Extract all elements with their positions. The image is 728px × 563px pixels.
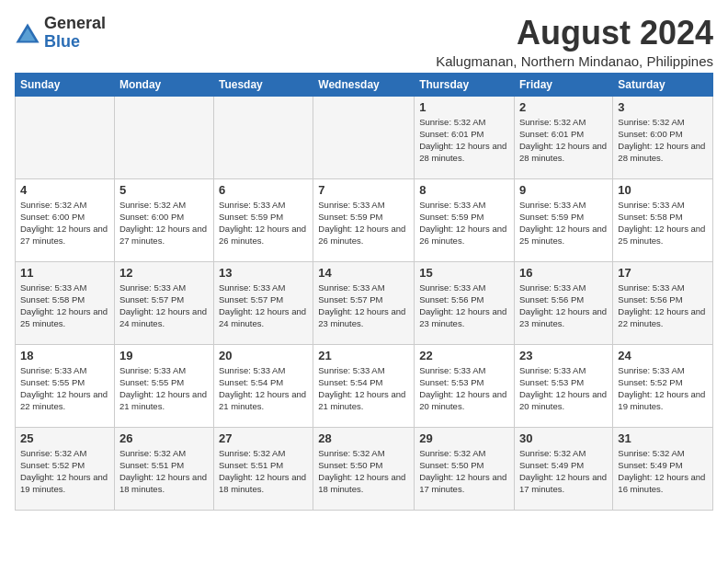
- day-number: 18: [20, 349, 109, 362]
- calendar-header-row: Sunday Monday Tuesday Wednesday Thursday…: [16, 73, 713, 96]
- col-sunday: Sunday: [16, 73, 115, 96]
- logo: General Blue: [15, 15, 106, 52]
- calendar-cell: 8 Sunrise: 5:33 AMSunset: 5:59 PMDayligh…: [415, 178, 515, 261]
- day-number: 9: [519, 183, 608, 197]
- calendar-cell: 16 Sunrise: 5:33 AMSunset: 5:56 PMDaylig…: [515, 261, 613, 344]
- week-row-5: 25 Sunrise: 5:32 AMSunset: 5:52 PMDaylig…: [16, 427, 713, 510]
- week-row-3: 11 Sunrise: 5:33 AMSunset: 5:58 PMDaylig…: [16, 261, 713, 344]
- day-info: Sunrise: 5:32 AMSunset: 5:50 PMDaylight:…: [419, 448, 506, 495]
- day-number: 7: [318, 183, 409, 197]
- day-number: 20: [219, 349, 308, 362]
- calendar-cell: [313, 96, 415, 178]
- col-friday: Friday: [515, 73, 613, 96]
- day-number: 10: [618, 183, 708, 197]
- day-number: 22: [419, 349, 509, 362]
- day-number: 19: [119, 349, 209, 362]
- calendar-cell: 19 Sunrise: 5:33 AMSunset: 5:55 PMDaylig…: [114, 344, 213, 427]
- day-number: 3: [618, 100, 708, 114]
- day-info: Sunrise: 5:33 AMSunset: 5:57 PMDaylight:…: [219, 282, 306, 329]
- day-number: 14: [318, 266, 409, 280]
- day-number: 17: [618, 266, 708, 280]
- day-info: Sunrise: 5:33 AMSunset: 5:53 PMDaylight:…: [519, 365, 607, 412]
- day-number: 27: [219, 431, 308, 445]
- calendar-table: Sunday Monday Tuesday Wednesday Thursday…: [15, 73, 713, 511]
- day-number: 23: [519, 349, 608, 362]
- day-info: Sunrise: 5:33 AMSunset: 5:56 PMDaylight:…: [419, 282, 506, 329]
- day-number: 5: [119, 183, 209, 197]
- calendar-cell: 9 Sunrise: 5:33 AMSunset: 5:59 PMDayligh…: [515, 178, 613, 261]
- day-info: Sunrise: 5:32 AMSunset: 5:52 PMDaylight:…: [20, 448, 108, 495]
- day-info: Sunrise: 5:33 AMSunset: 5:56 PMDaylight:…: [519, 282, 607, 329]
- calendar-cell: [114, 96, 213, 178]
- calendar-cell: 21 Sunrise: 5:33 AMSunset: 5:54 PMDaylig…: [313, 344, 415, 427]
- week-row-2: 4 Sunrise: 5:32 AMSunset: 6:00 PMDayligh…: [16, 178, 713, 261]
- week-row-1: 1 Sunrise: 5:32 AMSunset: 6:01 PMDayligh…: [16, 96, 713, 178]
- calendar-cell: [213, 96, 313, 178]
- day-info: Sunrise: 5:32 AMSunset: 5:50 PMDaylight:…: [318, 448, 405, 495]
- calendar-cell: 30 Sunrise: 5:32 AMSunset: 5:49 PMDaylig…: [515, 427, 613, 510]
- calendar-cell: 11 Sunrise: 5:33 AMSunset: 5:58 PMDaylig…: [16, 261, 115, 344]
- day-number: 26: [119, 431, 209, 445]
- day-number: 4: [20, 183, 109, 197]
- calendar-cell: 15 Sunrise: 5:33 AMSunset: 5:56 PMDaylig…: [415, 261, 515, 344]
- day-info: Sunrise: 5:33 AMSunset: 5:53 PMDaylight:…: [419, 365, 506, 412]
- page-header: General Blue August 2024 Kalugmanan, Nor…: [15, 15, 713, 69]
- calendar-cell: 12 Sunrise: 5:33 AMSunset: 5:57 PMDaylig…: [114, 261, 213, 344]
- col-tuesday: Tuesday: [213, 73, 313, 96]
- day-info: Sunrise: 5:32 AMSunset: 5:51 PMDaylight:…: [119, 448, 207, 495]
- day-number: 6: [219, 183, 308, 197]
- calendar-cell: 20 Sunrise: 5:33 AMSunset: 5:54 PMDaylig…: [213, 344, 313, 427]
- calendar-cell: 27 Sunrise: 5:32 AMSunset: 5:51 PMDaylig…: [213, 427, 313, 510]
- calendar-cell: 17 Sunrise: 5:33 AMSunset: 5:56 PMDaylig…: [613, 261, 713, 344]
- day-info: Sunrise: 5:33 AMSunset: 5:59 PMDaylight:…: [519, 200, 607, 247]
- day-info: Sunrise: 5:33 AMSunset: 5:55 PMDaylight:…: [20, 365, 108, 412]
- day-info: Sunrise: 5:33 AMSunset: 5:54 PMDaylight:…: [318, 365, 405, 412]
- logo-icon: [15, 20, 40, 46]
- calendar-cell: 2 Sunrise: 5:32 AMSunset: 6:01 PMDayligh…: [515, 96, 613, 178]
- day-number: 30: [519, 431, 608, 445]
- day-info: Sunrise: 5:33 AMSunset: 5:59 PMDaylight:…: [419, 200, 506, 247]
- calendar-cell: 3 Sunrise: 5:32 AMSunset: 6:00 PMDayligh…: [613, 96, 713, 178]
- day-number: 2: [519, 100, 608, 114]
- calendar-cell: 18 Sunrise: 5:33 AMSunset: 5:55 PMDaylig…: [16, 344, 115, 427]
- day-info: Sunrise: 5:32 AMSunset: 6:01 PMDaylight:…: [519, 117, 607, 164]
- day-info: Sunrise: 5:32 AMSunset: 6:00 PMDaylight:…: [119, 200, 207, 247]
- location-subtitle: Kalugmanan, Northern Mindanao, Philippin…: [436, 53, 713, 69]
- calendar-cell: 29 Sunrise: 5:32 AMSunset: 5:50 PMDaylig…: [415, 427, 515, 510]
- day-info: Sunrise: 5:32 AMSunset: 6:00 PMDaylight:…: [618, 117, 705, 164]
- day-info: Sunrise: 5:32 AMSunset: 5:51 PMDaylight:…: [219, 448, 306, 495]
- day-number: 12: [119, 266, 209, 280]
- calendar-cell: 13 Sunrise: 5:33 AMSunset: 5:57 PMDaylig…: [213, 261, 313, 344]
- day-number: 8: [419, 183, 509, 197]
- calendar-cell: 22 Sunrise: 5:33 AMSunset: 5:53 PMDaylig…: [415, 344, 515, 427]
- day-number: 13: [219, 266, 308, 280]
- col-saturday: Saturday: [613, 73, 713, 96]
- day-number: 24: [618, 349, 708, 362]
- day-info: Sunrise: 5:32 AMSunset: 5:49 PMDaylight:…: [519, 448, 607, 495]
- day-info: Sunrise: 5:33 AMSunset: 5:55 PMDaylight:…: [119, 365, 207, 412]
- calendar-cell: 7 Sunrise: 5:33 AMSunset: 5:59 PMDayligh…: [313, 178, 415, 261]
- col-monday: Monday: [114, 73, 213, 96]
- day-info: Sunrise: 5:33 AMSunset: 5:58 PMDaylight:…: [618, 200, 705, 247]
- week-row-4: 18 Sunrise: 5:33 AMSunset: 5:55 PMDaylig…: [16, 344, 713, 427]
- day-number: 28: [318, 431, 409, 445]
- day-info: Sunrise: 5:33 AMSunset: 5:56 PMDaylight:…: [618, 282, 705, 329]
- logo-general-text: General: [44, 14, 106, 32]
- calendar-cell: 28 Sunrise: 5:32 AMSunset: 5:50 PMDaylig…: [313, 427, 415, 510]
- day-number: 15: [419, 266, 509, 280]
- col-thursday: Thursday: [415, 73, 515, 96]
- day-number: 25: [20, 431, 109, 445]
- calendar-cell: 6 Sunrise: 5:33 AMSunset: 5:59 PMDayligh…: [213, 178, 313, 261]
- day-number: 1: [419, 100, 509, 114]
- calendar-cell: 5 Sunrise: 5:32 AMSunset: 6:00 PMDayligh…: [114, 178, 213, 261]
- day-info: Sunrise: 5:33 AMSunset: 5:57 PMDaylight:…: [318, 282, 405, 329]
- day-info: Sunrise: 5:32 AMSunset: 6:00 PMDaylight:…: [20, 200, 108, 247]
- title-section: August 2024 Kalugmanan, Northern Mindana…: [436, 15, 713, 69]
- calendar-cell: 10 Sunrise: 5:33 AMSunset: 5:58 PMDaylig…: [613, 178, 713, 261]
- day-number: 21: [318, 349, 409, 362]
- day-info: Sunrise: 5:32 AMSunset: 6:01 PMDaylight:…: [419, 117, 506, 164]
- calendar-cell: 31 Sunrise: 5:32 AMSunset: 5:49 PMDaylig…: [613, 427, 713, 510]
- day-info: Sunrise: 5:33 AMSunset: 5:52 PMDaylight:…: [618, 365, 705, 412]
- month-year-title: August 2024: [436, 15, 713, 52]
- calendar-cell: 4 Sunrise: 5:32 AMSunset: 6:00 PMDayligh…: [16, 178, 115, 261]
